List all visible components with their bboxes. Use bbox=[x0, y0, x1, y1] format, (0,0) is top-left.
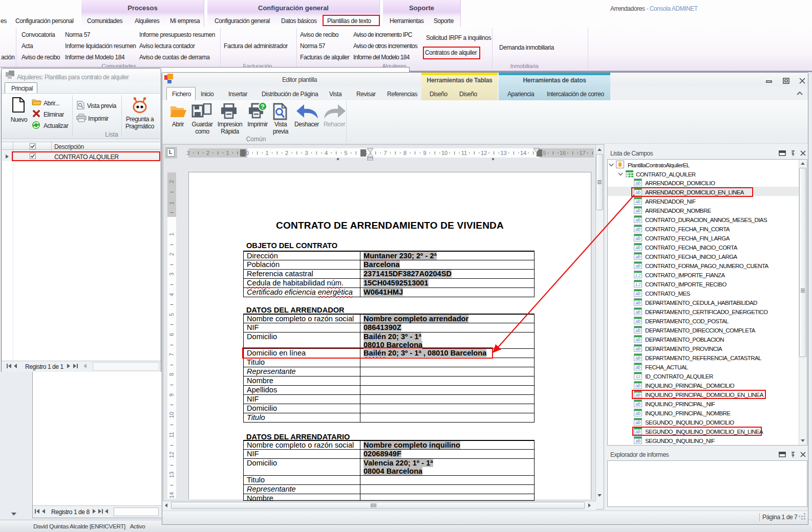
svg-text:3: 3 bbox=[186, 150, 189, 156]
svg-text:9: 9 bbox=[423, 150, 426, 156]
svg-text:5: 5 bbox=[168, 313, 175, 316]
svg-text:13: 13 bbox=[500, 150, 506, 156]
svg-text:12: 12 bbox=[168, 452, 175, 458]
svg-text:1: 1 bbox=[168, 233, 175, 236]
svg-text:ab: ab bbox=[635, 181, 640, 186]
svg-text:ab: ab bbox=[635, 411, 640, 416]
svg-text:14: 14 bbox=[520, 150, 526, 156]
svg-text:9: 9 bbox=[168, 393, 175, 396]
svg-text:1: 1 bbox=[226, 150, 229, 156]
svg-text:6: 6 bbox=[168, 333, 175, 336]
svg-text:?: ? bbox=[261, 103, 264, 110]
svg-text:17: 17 bbox=[579, 150, 585, 156]
svg-text:ab: ab bbox=[635, 383, 640, 388]
svg-text:5: 5 bbox=[344, 150, 347, 156]
svg-text:ab: ab bbox=[635, 420, 640, 425]
svg-text:7: 7 bbox=[383, 150, 387, 156]
svg-text:2: 2 bbox=[168, 180, 175, 183]
svg-text:16: 16 bbox=[560, 150, 566, 156]
svg-text:7: 7 bbox=[168, 353, 175, 356]
svg-text:ab: ab bbox=[635, 438, 640, 444]
svg-text:12: 12 bbox=[636, 374, 640, 379]
svg-text:13: 13 bbox=[168, 472, 175, 478]
svg-text:11: 11 bbox=[461, 150, 467, 156]
svg-text:10: 10 bbox=[168, 412, 175, 418]
svg-text:ab: ab bbox=[635, 365, 640, 370]
svg-text:10: 10 bbox=[441, 150, 447, 156]
svg-text:3: 3 bbox=[168, 273, 175, 276]
svg-text:8: 8 bbox=[403, 150, 407, 156]
svg-text:4: 4 bbox=[168, 293, 175, 296]
svg-text:1: 1 bbox=[168, 202, 175, 205]
svg-text:12: 12 bbox=[481, 150, 487, 156]
svg-text:3: 3 bbox=[305, 150, 308, 156]
svg-text:ab: ab bbox=[635, 402, 640, 407]
svg-text:1: 1 bbox=[265, 150, 268, 156]
svg-text:2: 2 bbox=[285, 150, 288, 156]
svg-text:0: 0 bbox=[246, 150, 249, 156]
svg-text:2: 2 bbox=[168, 253, 175, 256]
svg-text:14: 14 bbox=[168, 492, 175, 498]
svg-text:8: 8 bbox=[168, 373, 175, 376]
svg-text:2: 2 bbox=[206, 150, 209, 156]
svg-text:4: 4 bbox=[325, 150, 328, 156]
svg-text:11: 11 bbox=[168, 432, 175, 437]
